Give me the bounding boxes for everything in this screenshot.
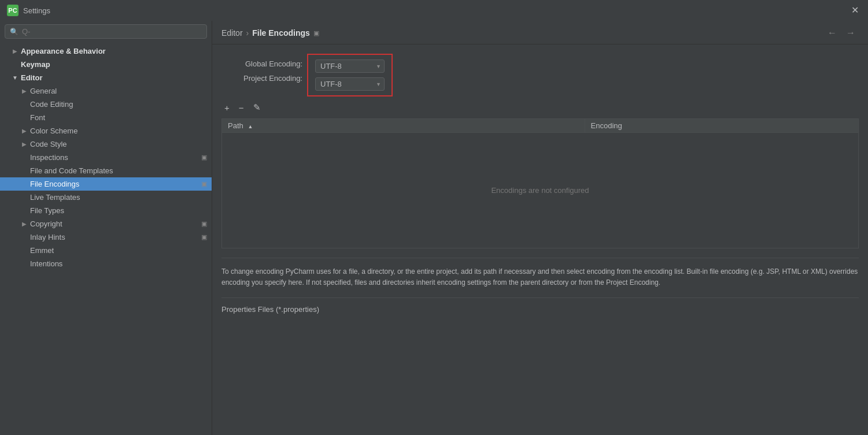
- global-encoding-select[interactable]: UTF-8 ISO-8859-1 UTF-16 Windows-1252: [315, 60, 385, 73]
- sidebar-item-file-types[interactable]: File Types: [0, 204, 212, 217]
- sidebar-item-file-encodings[interactable]: File Encodings ▣: [0, 177, 212, 191]
- encoding-column-header[interactable]: Encoding: [585, 119, 858, 133]
- project-encoding-label: Project Encoding:: [221, 74, 302, 83]
- chevron-icon: ▼: [12, 75, 19, 81]
- sidebar-item-general[interactable]: ▶ General: [0, 84, 212, 98]
- sidebar-item-label: Emmet: [30, 246, 207, 255]
- search-box[interactable]: 🔍: [5, 24, 207, 39]
- sidebar-item-label: Font: [30, 113, 207, 122]
- project-encoding-select[interactable]: UTF-8 ISO-8859-1 UTF-16 Windows-1252: [315, 77, 385, 91]
- sidebar-item-file-code-templates[interactable]: File and Code Templates: [0, 164, 212, 177]
- info-text: To change encoding PyCharm uses for a fi…: [221, 258, 859, 288]
- sidebar-item-label: Code Editing: [30, 100, 207, 109]
- sidebar-item-editor[interactable]: ▼ Editor: [0, 71, 212, 84]
- forward-button[interactable]: →: [843, 27, 859, 39]
- sidebar-item-font[interactable]: Font: [0, 111, 212, 124]
- add-button[interactable]: +: [221, 102, 232, 114]
- panel-body: Global Encoding: Project Encoding: UTF-8: [212, 44, 868, 435]
- sidebar-item-color-scheme[interactable]: ▶ Color Scheme: [0, 124, 212, 137]
- search-input[interactable]: [22, 27, 202, 36]
- path-column-header[interactable]: Path ▲: [222, 119, 585, 133]
- sidebar-item-emmet[interactable]: Emmet: [0, 244, 212, 257]
- remove-button[interactable]: −: [236, 102, 247, 114]
- sidebar: 🔍 ▶ Appearance & Behavior Keymap ▼ Edito…: [0, 21, 212, 435]
- path-table: Path ▲ Encoding: [221, 118, 859, 133]
- sidebar-item-label: Copyright: [30, 220, 199, 228]
- settings-icon: ▣: [201, 180, 207, 188]
- sidebar-item-keymap[interactable]: Keymap: [0, 58, 212, 71]
- global-encoding-wrapper: UTF-8 ISO-8859-1 UTF-16 Windows-1252 ▼: [315, 60, 385, 73]
- empty-table-message: Encodings are not configured: [221, 133, 859, 248]
- global-encoding-label: Global Encoding:: [221, 60, 302, 68]
- properties-files-label: Properties Files (*.properties): [221, 298, 859, 314]
- breadcrumb-parent: Editor: [221, 28, 243, 38]
- sidebar-item-intentions[interactable]: Intentions: [0, 257, 212, 270]
- main-panel: Editor › File Encodings ▣ ← →: [212, 21, 868, 435]
- sidebar-item-inspections[interactable]: Inspections ▣: [0, 151, 212, 164]
- breadcrumb-separator: ›: [246, 28, 249, 38]
- sidebar-item-label: General: [30, 87, 207, 95]
- breadcrumb: Editor › File Encodings ▣: [221, 28, 319, 38]
- sidebar-item-label: Intentions: [30, 259, 207, 268]
- settings-icon: ▣: [201, 233, 207, 241]
- sidebar-item-inlay-hints[interactable]: Inlay Hints ▣: [0, 230, 212, 244]
- panel-header: Editor › File Encodings ▣ ← →: [212, 21, 868, 44]
- sidebar-item-copyright[interactable]: ▶ Copyright ▣: [0, 217, 212, 230]
- settings-window: PC Settings ✕ 🔍 ▶ Appearance & Behavior …: [0, 0, 868, 435]
- breadcrumb-current: File Encodings: [252, 28, 310, 38]
- sidebar-item-label: Inspections: [30, 153, 199, 162]
- sidebar-item-label: Editor: [21, 73, 207, 82]
- project-encoding-wrapper: UTF-8 ISO-8859-1 UTF-16 Windows-1252 ▼: [315, 77, 385, 91]
- chevron-icon: ▶: [21, 128, 28, 134]
- sidebar-item-code-style[interactable]: ▶ Code Style: [0, 137, 212, 151]
- close-button[interactable]: ✕: [849, 5, 861, 16]
- toolbar-row: + − ✎: [221, 101, 859, 114]
- sidebar-item-label: File and Code Templates: [30, 166, 207, 175]
- sidebar-item-label: Appearance & Behavior: [21, 47, 207, 55]
- sidebar-item-live-templates[interactable]: Live Templates: [0, 191, 212, 204]
- sidebar-item-label: Color Scheme: [30, 127, 207, 135]
- chevron-icon: ▶: [21, 88, 28, 94]
- nav-buttons: ← →: [824, 27, 859, 39]
- settings-icon: ▣: [201, 220, 207, 228]
- sidebar-item-label: Live Templates: [30, 193, 207, 202]
- window-title: Settings: [23, 6, 50, 15]
- back-button[interactable]: ←: [824, 27, 840, 39]
- search-icon: 🔍: [10, 28, 19, 36]
- sidebar-item-label: Code Style: [30, 140, 207, 148]
- sidebar-item-label: Keymap: [21, 60, 207, 69]
- app-icon: PC: [7, 5, 19, 16]
- chevron-icon: ▶: [12, 48, 19, 54]
- sidebar-item-label: File Types: [30, 206, 207, 215]
- title-bar-left: PC Settings: [7, 5, 50, 16]
- sidebar-item-label: Inlay Hints: [30, 233, 199, 241]
- chevron-icon: ▶: [21, 221, 28, 227]
- breadcrumb-settings-icon: ▣: [313, 29, 319, 37]
- sort-arrow-icon: ▲: [248, 124, 253, 129]
- sidebar-tree: ▶ Appearance & Behavior Keymap ▼ Editor …: [0, 42, 212, 435]
- edit-button[interactable]: ✎: [250, 101, 264, 114]
- sidebar-item-label: File Encodings: [30, 180, 199, 188]
- title-bar: PC Settings ✕: [0, 0, 868, 21]
- main-content: 🔍 ▶ Appearance & Behavior Keymap ▼ Edito…: [0, 21, 868, 435]
- settings-icon: ▣: [201, 154, 207, 161]
- sidebar-item-code-editing[interactable]: Code Editing: [0, 98, 212, 111]
- sidebar-item-appearance[interactable]: ▶ Appearance & Behavior: [0, 44, 212, 58]
- chevron-icon: ▶: [21, 141, 28, 147]
